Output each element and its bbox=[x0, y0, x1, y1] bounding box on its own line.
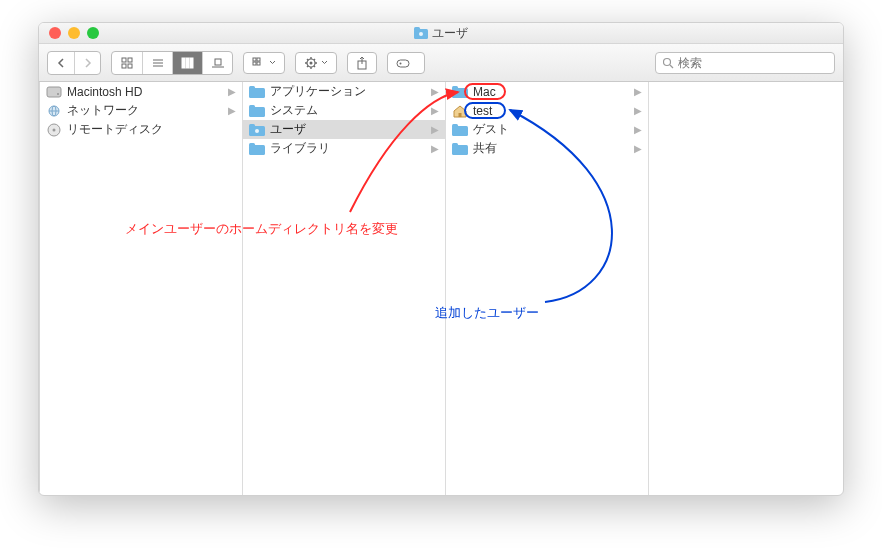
window-controls bbox=[39, 27, 99, 39]
svg-rect-12 bbox=[190, 58, 193, 68]
svg-point-57 bbox=[53, 128, 56, 131]
action-button[interactable] bbox=[295, 52, 337, 74]
folder-icon bbox=[249, 142, 265, 156]
annotation-circle-red bbox=[464, 83, 506, 100]
edit-tags-button[interactable] bbox=[387, 52, 425, 74]
svg-rect-73 bbox=[452, 143, 458, 147]
row-label: リモートディスク bbox=[67, 121, 236, 138]
svg-rect-5 bbox=[122, 64, 126, 68]
row-label: ゲスト bbox=[473, 121, 634, 138]
zoom-button[interactable] bbox=[87, 27, 99, 39]
forward-button[interactable] bbox=[74, 52, 100, 74]
arrange-button[interactable] bbox=[243, 52, 285, 74]
network-icon bbox=[46, 104, 62, 118]
share-button[interactable] bbox=[347, 52, 377, 74]
nav-buttons bbox=[47, 51, 101, 75]
folder-icon bbox=[452, 142, 468, 156]
svg-line-26 bbox=[314, 65, 315, 66]
chevron-right-icon: ▶ bbox=[431, 124, 439, 135]
column-row[interactable]: ライブラリ▶ bbox=[243, 139, 445, 158]
window-title: ユーザ bbox=[39, 25, 843, 42]
chevron-right-icon: ▶ bbox=[228, 105, 236, 116]
titlebar: ユーザ bbox=[39, 23, 843, 44]
coverflow-view-button[interactable] bbox=[202, 52, 232, 74]
row-label: Macintosh HD bbox=[67, 85, 228, 99]
window-title-text: ユーザ bbox=[432, 25, 468, 42]
list-icon bbox=[152, 57, 164, 69]
row-label: 共有 bbox=[473, 140, 634, 157]
column-row[interactable]: 共有▶ bbox=[446, 139, 648, 158]
svg-rect-68 bbox=[452, 86, 458, 90]
svg-rect-66 bbox=[249, 143, 255, 147]
chevron-down-icon bbox=[269, 60, 276, 65]
svg-point-64 bbox=[255, 129, 259, 133]
svg-point-52 bbox=[57, 93, 59, 95]
chevron-down-icon bbox=[321, 60, 328, 65]
minimize-button[interactable] bbox=[68, 27, 80, 39]
close-button[interactable] bbox=[49, 27, 61, 39]
chevron-right-icon: ▶ bbox=[634, 124, 642, 135]
toolbar bbox=[39, 44, 843, 82]
column-row[interactable]: リモートディスク bbox=[40, 120, 242, 139]
row-label: アプリケーション bbox=[270, 83, 431, 100]
svg-rect-4 bbox=[128, 58, 132, 62]
row-label: ネットワーク bbox=[67, 102, 228, 119]
column-browser: Macintosh HD▶ネットワーク▶リモートディスク アプリケーション▶シス… bbox=[40, 82, 844, 495]
coverflow-icon bbox=[211, 57, 225, 69]
chevron-right-icon: ▶ bbox=[634, 86, 642, 97]
arrange-icon bbox=[252, 57, 266, 69]
column-3: Mac▶test▶ゲスト▶共有▶ bbox=[446, 82, 649, 495]
svg-rect-51 bbox=[47, 87, 61, 97]
annotation-text-blue: 追加したユーザー bbox=[435, 304, 539, 322]
column-1: Macintosh HD▶ネットワーク▶リモートディスク bbox=[40, 82, 243, 495]
column-row[interactable]: ユーザ▶ bbox=[243, 120, 445, 139]
svg-rect-1 bbox=[414, 27, 420, 31]
main-area: よく使う項目 AirDropマイファイルiCloud Driveアプリケーション… bbox=[39, 82, 843, 495]
share-icon bbox=[356, 56, 368, 70]
usersfolder-icon bbox=[414, 27, 428, 39]
svg-point-33 bbox=[664, 58, 671, 65]
column-4 bbox=[649, 82, 844, 495]
view-switcher bbox=[111, 51, 233, 75]
usersfolder-icon bbox=[249, 123, 265, 137]
chevron-right-icon: ▶ bbox=[634, 105, 642, 116]
svg-point-20 bbox=[310, 61, 313, 64]
svg-rect-13 bbox=[215, 59, 221, 65]
chevron-right-icon: ▶ bbox=[431, 105, 439, 116]
chevron-right-icon: ▶ bbox=[228, 86, 236, 97]
svg-rect-6 bbox=[128, 64, 132, 68]
chevron-right-icon: ▶ bbox=[431, 86, 439, 97]
svg-line-28 bbox=[314, 59, 315, 60]
row-label: システム bbox=[270, 102, 431, 119]
search-input[interactable] bbox=[678, 56, 828, 70]
svg-rect-11 bbox=[186, 58, 189, 68]
svg-rect-59 bbox=[249, 86, 255, 90]
column-row[interactable]: アプリケーション▶ bbox=[243, 82, 445, 101]
chevron-right-icon: ▶ bbox=[634, 143, 642, 154]
back-button[interactable] bbox=[48, 52, 74, 74]
icon-view-button[interactable] bbox=[112, 52, 142, 74]
svg-line-27 bbox=[307, 65, 308, 66]
remotedisc-icon bbox=[46, 123, 62, 137]
column-row[interactable]: ゲスト▶ bbox=[446, 120, 648, 139]
svg-line-25 bbox=[307, 59, 308, 60]
search-field[interactable] bbox=[655, 52, 835, 74]
column-2: アプリケーション▶システム▶ユーザ▶ライブラリ▶ bbox=[243, 82, 446, 495]
annotation-circle-blue bbox=[464, 102, 506, 119]
gear-icon bbox=[304, 56, 318, 70]
column-row[interactable]: システム▶ bbox=[243, 101, 445, 120]
row-label: ライブラリ bbox=[270, 140, 431, 157]
list-view-button[interactable] bbox=[142, 52, 172, 74]
tag-icon bbox=[396, 57, 416, 69]
column-view-button[interactable] bbox=[172, 52, 202, 74]
column-row[interactable]: ネットワーク▶ bbox=[40, 101, 242, 120]
svg-point-2 bbox=[419, 32, 423, 36]
finder-window: ユーザ bbox=[38, 22, 844, 496]
grid-icon bbox=[121, 57, 133, 69]
svg-rect-10 bbox=[182, 58, 185, 68]
column-row[interactable]: Macintosh HD▶ bbox=[40, 82, 242, 101]
svg-rect-69 bbox=[459, 113, 462, 117]
chevron-right-icon: ▶ bbox=[431, 143, 439, 154]
svg-rect-0 bbox=[414, 29, 428, 39]
svg-rect-63 bbox=[249, 124, 255, 128]
